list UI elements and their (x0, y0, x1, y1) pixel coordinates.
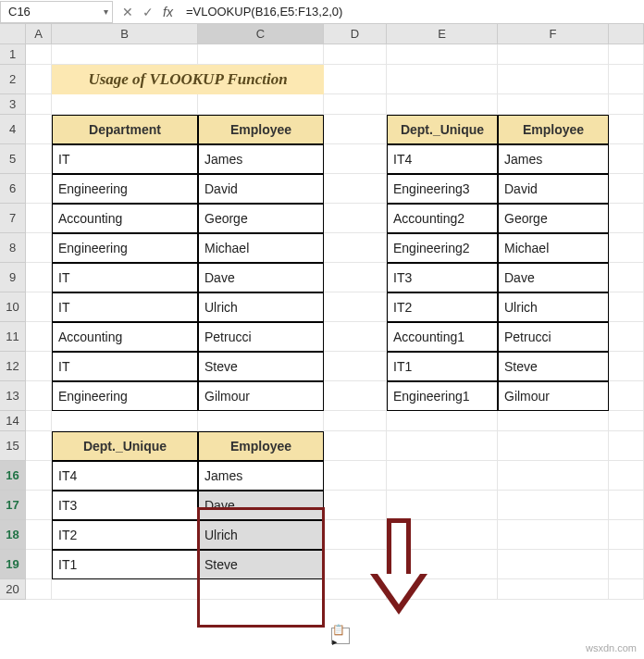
table1-cell[interactable]: Accounting (52, 204, 198, 233)
cell[interactable] (498, 411, 609, 431)
table3-cell[interactable]: Ulrich (198, 520, 324, 550)
cell[interactable] (324, 94, 387, 115)
table1-cell[interactable]: Petrucci (198, 322, 324, 352)
cell[interactable] (324, 461, 387, 491)
cell[interactable] (26, 491, 52, 520)
table1-cell[interactable]: IT (52, 263, 198, 292)
cell[interactable] (387, 491, 498, 520)
cell[interactable] (387, 461, 498, 491)
cell[interactable] (26, 44, 52, 65)
table1-cell[interactable]: IT (52, 292, 198, 322)
table1-cell[interactable]: Ulrich (198, 292, 324, 322)
cell[interactable] (609, 94, 644, 115)
cell[interactable] (609, 579, 644, 600)
table1-cell[interactable]: George (198, 204, 324, 233)
cell[interactable] (26, 174, 52, 204)
cell[interactable] (387, 431, 498, 461)
cell[interactable] (324, 322, 387, 352)
row-header[interactable]: 16 (0, 461, 26, 491)
table1-cell[interactable]: IT (52, 144, 198, 174)
autofill-options-icon[interactable]: 📋▸ (331, 628, 350, 644)
cell[interactable] (26, 115, 52, 144)
cell[interactable] (609, 550, 644, 579)
col-header-D[interactable]: D (324, 24, 387, 44)
row-header[interactable]: 3 (0, 94, 26, 115)
col-header-F[interactable]: F (498, 24, 609, 44)
table2-cell[interactable]: IT3 (387, 263, 498, 292)
cell[interactable] (609, 411, 644, 431)
cell[interactable] (324, 263, 387, 292)
cell[interactable] (609, 322, 644, 352)
cell[interactable] (609, 352, 644, 381)
formula-input[interactable]: =VLOOKUP(B16,E5:F13,2,0) (182, 5, 644, 19)
cell[interactable] (26, 431, 52, 461)
cell[interactable] (324, 204, 387, 233)
row-header[interactable]: 19 (0, 550, 26, 579)
cell[interactable] (198, 44, 324, 65)
table2-cell[interactable]: Engineering1 (387, 381, 498, 411)
cell[interactable] (324, 65, 387, 94)
row-header[interactable]: 20 (0, 579, 26, 600)
cell[interactable] (387, 411, 498, 431)
col-header-G[interactable] (609, 24, 644, 44)
table2-cell[interactable]: James (498, 144, 609, 174)
select-all-corner[interactable] (0, 24, 26, 44)
row-header[interactable]: 11 (0, 322, 26, 352)
table2-cell[interactable]: George (498, 204, 609, 233)
chevron-down-icon[interactable]: ▾ (104, 6, 108, 17)
cell[interactable] (52, 411, 198, 431)
cell[interactable] (52, 44, 198, 65)
cell[interactable] (324, 144, 387, 174)
cell[interactable] (26, 204, 52, 233)
cell[interactable] (498, 431, 609, 461)
table1-cell[interactable]: Gilmour (198, 381, 324, 411)
table1-cell[interactable]: Engineering (52, 381, 198, 411)
cell[interactable] (498, 579, 609, 600)
cell[interactable] (324, 44, 387, 65)
row-header[interactable]: 14 (0, 411, 26, 431)
cell[interactable] (609, 115, 644, 144)
cell[interactable] (498, 44, 609, 65)
col-header-A[interactable]: A (26, 24, 52, 44)
cell[interactable] (609, 174, 644, 204)
cell[interactable] (26, 461, 52, 491)
cell[interactable] (387, 65, 498, 94)
table1-cell[interactable]: David (198, 174, 324, 204)
cell[interactable] (609, 292, 644, 322)
row-header[interactable]: 2 (0, 65, 26, 94)
cell[interactable] (26, 550, 52, 579)
row-header[interactable]: 4 (0, 115, 26, 144)
table2-cell[interactable]: Gilmour (498, 381, 609, 411)
table1-cell[interactable]: Michael (198, 233, 324, 263)
table3-cell[interactable]: IT1 (52, 550, 198, 579)
row-header[interactable]: 18 (0, 520, 26, 550)
cell[interactable] (26, 520, 52, 550)
row-header[interactable]: 7 (0, 204, 26, 233)
cell[interactable] (26, 292, 52, 322)
cell[interactable] (498, 461, 609, 491)
row-header[interactable]: 10 (0, 292, 26, 322)
cell[interactable] (26, 263, 52, 292)
name-box[interactable]: C16 ▾ (0, 1, 113, 23)
table1-cell[interactable]: Engineering (52, 233, 198, 263)
table2-cell[interactable]: IT2 (387, 292, 498, 322)
cell[interactable] (26, 322, 52, 352)
cell[interactable] (609, 381, 644, 411)
cell[interactable] (198, 94, 324, 115)
col-header-C[interactable]: C (198, 24, 324, 44)
row-header[interactable]: 5 (0, 144, 26, 174)
row-header[interactable]: 6 (0, 174, 26, 204)
cell[interactable] (26, 233, 52, 263)
table1-cell[interactable]: Engineering (52, 174, 198, 204)
cell[interactable] (609, 520, 644, 550)
spreadsheet-grid[interactable]: A B C D E F 12Usage of VLOOKUP Function3… (0, 24, 644, 600)
cell[interactable] (324, 292, 387, 322)
table2-cell[interactable]: Michael (498, 233, 609, 263)
table2-cell[interactable]: Accounting2 (387, 204, 498, 233)
cell[interactable] (26, 65, 52, 94)
table2-cell[interactable]: Engineering3 (387, 174, 498, 204)
cell[interactable] (609, 65, 644, 94)
cell[interactable] (52, 579, 198, 600)
cell[interactable] (609, 461, 644, 491)
cell[interactable] (609, 263, 644, 292)
